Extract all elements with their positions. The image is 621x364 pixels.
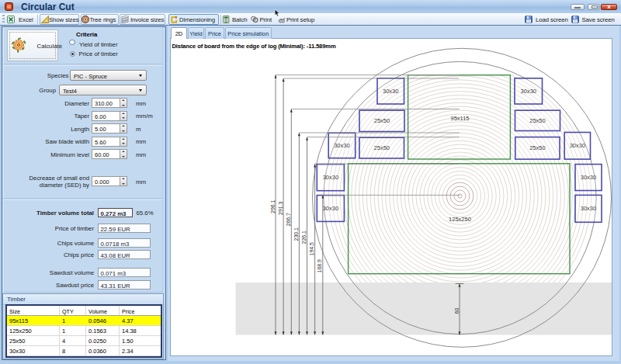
svg-text:230.1: 230.1 bbox=[293, 227, 299, 241]
svg-text:168.9: 168.9 bbox=[317, 259, 322, 273]
svg-text:30x30: 30x30 bbox=[323, 205, 338, 212]
svg-text:296.1: 296.1 bbox=[270, 199, 276, 213]
svg-text:30x30: 30x30 bbox=[581, 174, 596, 181]
svg-text:30x30: 30x30 bbox=[570, 142, 585, 149]
svg-text:30x30: 30x30 bbox=[521, 88, 536, 95]
svg-text:194.5: 194.5 bbox=[309, 242, 314, 256]
svg-text:30x30: 30x30 bbox=[581, 205, 596, 212]
svg-text:226.1: 226.1 bbox=[301, 231, 307, 244]
svg-text:25x50: 25x50 bbox=[529, 144, 545, 151]
svg-text:291.3: 291.3 bbox=[278, 201, 283, 215]
svg-text:95x115: 95x115 bbox=[450, 115, 469, 122]
svg-text:25x50: 25x50 bbox=[529, 117, 545, 124]
svg-text:30x30: 30x30 bbox=[323, 174, 338, 181]
svg-text:30x30: 30x30 bbox=[383, 88, 398, 95]
svg-text:30x30: 30x30 bbox=[334, 142, 349, 149]
svg-text:25x50: 25x50 bbox=[374, 144, 390, 151]
svg-text:25x50: 25x50 bbox=[374, 117, 390, 124]
svg-text:60: 60 bbox=[454, 308, 460, 314]
svg-text:125x250: 125x250 bbox=[449, 216, 471, 223]
svg-text:266.7: 266.7 bbox=[286, 213, 291, 227]
